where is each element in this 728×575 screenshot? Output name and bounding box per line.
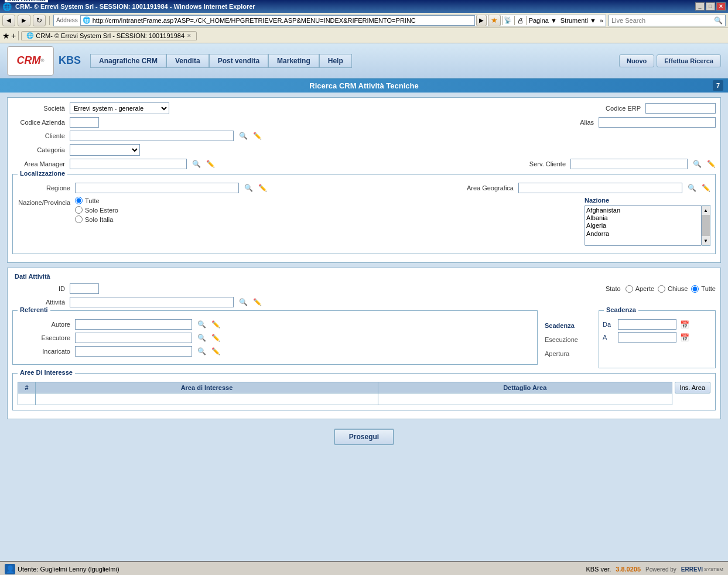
go-button[interactable]: ▶ [476, 15, 487, 26]
cliente-search-icon[interactable]: 🔍 [238, 131, 248, 141]
codice-erp-label: Codice ERP [588, 105, 641, 112]
aree-table-container: # Area di Interesse Dettaglio Area [18, 382, 710, 405]
prosegui-button[interactable]: Prosegui [334, 429, 394, 445]
attivita-edit-icon[interactable]: ✏️ [252, 297, 262, 307]
a-calendar-icon[interactable]: 📅 [680, 333, 689, 342]
radio-tutte-input[interactable] [75, 197, 83, 204]
minimize-button[interactable]: _ [695, 2, 705, 11]
area-geografica-search-icon[interactable]: 🔍 [687, 183, 696, 193]
incaricato-edit-icon[interactable]: ✏️ [211, 347, 220, 356]
forward-icon: ▶ [22, 17, 26, 23]
live-search-box[interactable]: 🔍 [609, 15, 726, 26]
dati-attivita-section: Dati Attività ID Stato Aperte Chiuse [7, 268, 721, 419]
nuovo-button[interactable]: Nuovo [619, 54, 654, 67]
ins-area-button[interactable]: Ins. Area [675, 382, 710, 393]
regione-search-icon[interactable]: 🔍 [244, 183, 253, 193]
area-geografica-input[interactable] [518, 183, 682, 193]
codice-azienda-input[interactable] [70, 117, 99, 128]
da-calendar-icon[interactable]: 📅 [680, 320, 689, 329]
autore-search-icon[interactable]: 🔍 [197, 320, 206, 329]
esecutore-search-icon[interactable]: 🔍 [197, 333, 206, 343]
serv-cliente-edit-icon[interactable]: ✏️ [706, 159, 716, 169]
societa-select[interactable]: Errevi system - generale [70, 102, 169, 114]
id-input[interactable] [70, 283, 99, 294]
alias-label: Alias [541, 119, 594, 126]
cliente-label: Cliente [12, 132, 65, 139]
stato-tutte[interactable]: Tutte [691, 285, 716, 293]
area-manager-input[interactable] [70, 159, 187, 169]
radio-tutte[interactable]: Tutte [75, 197, 118, 204]
nazione-scroll-up[interactable]: ▲ [702, 206, 710, 215]
ie-nav-toolbar: ◀ ▶ ↻ Address 🌐 ▶ ★ 📡 🖨 Pagina ▼ Strumen… [0, 13, 728, 28]
regione-edit-icon[interactable]: ✏️ [258, 183, 267, 193]
tab-label: CRM- © Errevi System Srl - SESSION: 1001… [36, 32, 184, 39]
radio-estero-input[interactable] [75, 206, 83, 214]
add-favorites-icon[interactable]: + [11, 31, 16, 40]
close-button[interactable]: ✕ [716, 2, 726, 11]
tools-menu[interactable]: Strumenti ▼ [560, 17, 596, 24]
scadenza-da-input[interactable] [618, 319, 676, 330]
area-manager-label: Area Manager [12, 160, 65, 167]
search-icon[interactable]: 🔍 [714, 16, 723, 25]
serv-cliente-input[interactable] [570, 159, 688, 169]
stato-chiuse-input[interactable] [658, 285, 665, 293]
live-search-input[interactable] [611, 17, 713, 24]
area-manager-search-icon[interactable]: 🔍 [192, 159, 201, 169]
nav-marketing[interactable]: Marketing [268, 54, 319, 68]
page-title-bar: Ricerca CRM Attività Tecniche 7 [0, 78, 728, 93]
nazione-listbox[interactable]: Afghanistan Albania Algeria Andorra [585, 205, 702, 246]
nav-help[interactable]: Help [319, 54, 352, 68]
nav-vendita[interactable]: Vendita [166, 54, 209, 68]
cliente-edit-icon[interactable]: ✏️ [252, 131, 262, 141]
version-number: 3.8.0205 [616, 566, 641, 573]
alias-input[interactable] [599, 117, 716, 128]
chevron-icon[interactable]: » [600, 17, 603, 24]
refresh-button[interactable]: ↻ [33, 15, 46, 26]
referenti-legend: Referenti [18, 306, 50, 313]
forward-button[interactable]: ▶ [18, 15, 30, 26]
favorites-star-icon[interactable]: ★ [2, 31, 10, 40]
sep3 [514, 16, 515, 25]
regione-input[interactable] [75, 183, 239, 193]
refresh-btn2[interactable]: ★ [488, 15, 501, 26]
scadenza-a-input[interactable] [618, 332, 676, 343]
nav-post-vendita[interactable]: Post vendita [209, 54, 268, 68]
incaricato-search-icon[interactable]: 🔍 [197, 347, 206, 356]
radio-italia-input[interactable] [75, 215, 83, 223]
nazione-scroll-down[interactable]: ▼ [702, 236, 710, 245]
codice-erp-input[interactable] [645, 103, 716, 114]
stato-tutte-input[interactable] [691, 285, 699, 293]
back-button[interactable]: ◀ [2, 15, 15, 26]
categoria-select[interactable] [70, 144, 140, 156]
utente-label: Utente: Guglielmi Lenny (lguglielmi) [18, 566, 119, 573]
kbs-logo: KBS [59, 54, 81, 67]
window-title: CRM- © Errevi System Srl - SESSION: 1001… [15, 3, 255, 10]
incaricato-input[interactable] [75, 346, 192, 357]
stato-aperte-input[interactable] [626, 285, 633, 293]
tab-close-icon[interactable]: ✕ [187, 33, 192, 39]
serv-cliente-search-icon[interactable]: 🔍 [692, 159, 702, 169]
attivita-input[interactable] [70, 297, 234, 307]
attivita-search-icon[interactable]: 🔍 [238, 297, 248, 307]
nav-anagrafiche[interactable]: Anagrafiche CRM [90, 54, 166, 68]
address-bar[interactable]: Address 🌐 ▶ ★ 📡 🖨 Pagina ▼ Strumenti ▼ » [53, 15, 606, 26]
autore-edit-icon[interactable]: ✏️ [211, 320, 220, 329]
url-input[interactable] [93, 17, 473, 24]
esecutore-input[interactable] [75, 333, 192, 343]
autore-input[interactable] [75, 319, 192, 330]
stato-chiuse[interactable]: Chiuse [658, 285, 688, 293]
stato-aperte[interactable]: Aperte [626, 285, 654, 293]
area-geografica-edit-icon[interactable]: ✏️ [701, 183, 710, 193]
effettua-ricerca-button[interactable]: Effettua Ricerca [657, 54, 721, 67]
page-menu[interactable]: Pagina ▼ [529, 17, 557, 24]
cliente-input[interactable] [70, 131, 234, 141]
area-manager-edit-icon[interactable]: ✏️ [206, 159, 215, 169]
incaricato-label: Incaricato [18, 348, 70, 355]
radio-solo-italia[interactable]: Solo Italia [75, 215, 118, 223]
maximize-button[interactable]: □ [706, 2, 715, 11]
browser-tab[interactable]: 🌐 CRM- © Errevi System Srl - SESSION: 10… [21, 31, 197, 40]
categoria-label: Categoria [12, 146, 65, 153]
page-title: Ricerca CRM Attività Tecniche [309, 81, 418, 90]
radio-solo-estero[interactable]: Solo Estero [75, 206, 118, 214]
esecutore-edit-icon[interactable]: ✏️ [211, 333, 220, 343]
